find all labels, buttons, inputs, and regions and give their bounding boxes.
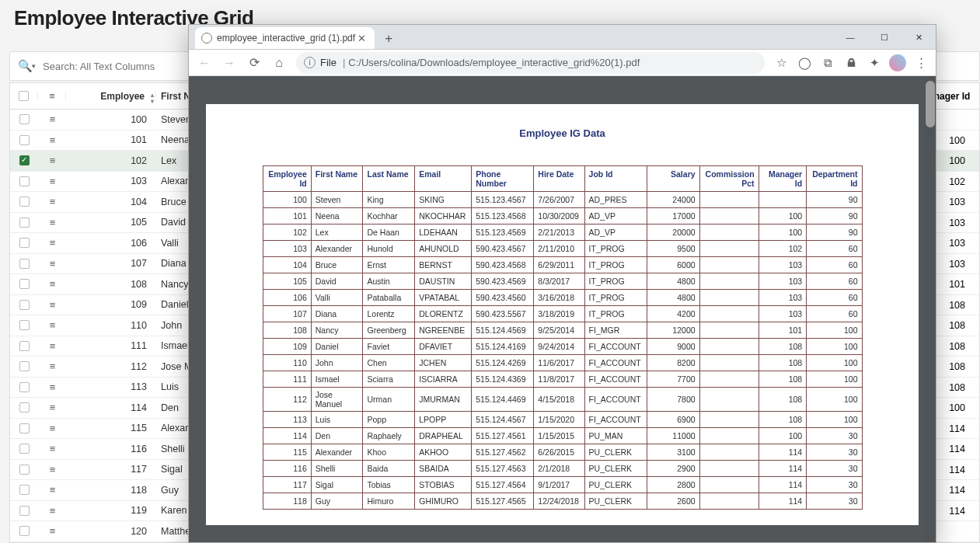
row-menu-icon[interactable]: ≡ [38, 217, 66, 228]
cell-employee-id: 109 [66, 299, 156, 310]
pdf-col-header: Department Id [807, 166, 862, 192]
pdf-cell: DLORENTZ [415, 306, 472, 322]
pdf-cell [699, 225, 759, 241]
search-icon[interactable]: 🔍▾ [15, 59, 38, 73]
row-checkbox[interactable] [10, 382, 38, 392]
pdf-cell: 7700 [647, 371, 699, 388]
scrollbar[interactable] [924, 76, 936, 542]
pdf-table-row: 116ShelliBaidaSBAIDA515.127.45632/1/2018… [263, 461, 862, 477]
pdf-table-row: 107DianaLorentzDLORENTZ590.423.55673/18/… [263, 306, 862, 322]
pdf-table-row: 108NancyGreenbergNGREENBE515.124.45699/2… [263, 322, 862, 339]
pdf-cell: 114 [759, 461, 807, 477]
row-menu-icon[interactable]: ≡ [38, 443, 66, 454]
pdf-cell: Luis [311, 412, 363, 428]
row-menu-icon[interactable]: ≡ [38, 402, 66, 413]
row-menu-icon[interactable]: ≡ [38, 381, 66, 393]
address-field[interactable]: i File | C:/Users/colina/Downloads/emplo… [296, 52, 765, 74]
select-all-checkbox[interactable] [10, 91, 38, 101]
close-button[interactable]: ✕ [902, 26, 936, 49]
pdf-cell: JCHEN [415, 355, 472, 371]
pdf-cell: NKOCHHAR [415, 208, 472, 225]
pdf-viewport[interactable]: Employee IG Data Employee IdFirst NameLa… [189, 76, 936, 542]
home-button[interactable]: ⌂ [268, 52, 290, 74]
pdf-cell: PU_CLERK [584, 477, 647, 493]
sort-arrows-icon[interactable]: ▴▾ [151, 92, 154, 105]
row-menu-icon[interactable]: ≡ [38, 113, 66, 125]
star-icon[interactable]: ☆ [771, 53, 791, 73]
profile-avatar[interactable] [888, 53, 908, 73]
pdf-table-row: 114DenRaphaelyDRAPHEAL515.127.45611/15/2… [263, 428, 862, 444]
row-checkbox[interactable] [10, 114, 38, 124]
row-menu-icon[interactable]: ≡ [38, 505, 66, 517]
row-menu-icon[interactable]: ≡ [38, 340, 66, 352]
row-checkbox[interactable] [10, 279, 38, 289]
row-checkbox[interactable] [10, 361, 38, 371]
pdf-cell: 8/3/2017 [534, 273, 584, 290]
pdf-cell: FI_ACCOUNT [584, 355, 647, 371]
scroll-thumb[interactable] [926, 81, 935, 127]
row-menu-icon[interactable]: ≡ [38, 319, 66, 331]
row-menu-icon[interactable]: ≡ [38, 196, 66, 207]
pdf-page: Employee IG Data Employee IdFirst NameLa… [206, 104, 919, 525]
row-checkbox[interactable] [10, 259, 38, 269]
cell-employee-id: 101 [66, 134, 156, 145]
row-menu-icon[interactable]: ≡ [38, 299, 66, 311]
row-checkbox[interactable] [10, 300, 38, 310]
ext-lock-icon[interactable]: 🔒︎ [841, 53, 861, 73]
reload-button[interactable]: ⟳ [243, 52, 265, 74]
row-menu-icon[interactable]: ≡ [38, 134, 66, 146]
minimize-button[interactable]: — [833, 26, 867, 49]
row-menu-icon[interactable]: ≡ [38, 360, 66, 372]
row-menu-icon[interactable]: ≡ [38, 278, 66, 290]
row-checkbox[interactable] [10, 526, 38, 536]
menu-icon[interactable]: ⋮ [911, 53, 931, 73]
row-menu-icon[interactable]: ≡ [38, 484, 66, 496]
row-checkbox[interactable] [10, 465, 38, 475]
grid-actions-icon[interactable]: ≡ [38, 90, 66, 102]
col-header-employee[interactable]: Employee▴▾ [66, 91, 156, 102]
pdf-cell: 9/25/2014 [534, 322, 584, 339]
row-menu-icon[interactable]: ≡ [38, 155, 66, 166]
pdf-col-header: Employee Id [263, 166, 311, 192]
pdf-cell: IT_PROG [584, 273, 647, 290]
pdf-cell: Lex [311, 225, 363, 241]
row-menu-icon[interactable]: ≡ [38, 258, 66, 270]
back-button[interactable]: ← [194, 52, 215, 74]
row-checkbox[interactable] [10, 320, 38, 330]
forward-button[interactable]: → [218, 52, 240, 74]
row-checkbox[interactable] [10, 402, 38, 412]
row-checkbox[interactable] [10, 238, 38, 248]
row-checkbox[interactable] [10, 135, 38, 145]
row-menu-icon[interactable]: ≡ [38, 525, 66, 537]
row-checkbox[interactable] [10, 176, 38, 186]
ext-circle-icon[interactable]: ◯ [794, 53, 814, 73]
maximize-button[interactable]: ☐ [867, 26, 902, 49]
row-checkbox[interactable] [10, 423, 38, 433]
pdf-cell: 9000 [647, 339, 699, 355]
extensions-icon[interactable]: ✦ [864, 53, 884, 73]
pdf-cell: Valli [311, 290, 363, 306]
pdf-cell: BERNST [415, 257, 472, 273]
pdf-cell: 515.124.4269 [472, 355, 534, 371]
row-menu-icon[interactable]: ≡ [38, 423, 66, 434]
row-checkbox[interactable] [10, 197, 38, 207]
row-checkbox[interactable] [10, 155, 38, 165]
tab-close-icon[interactable]: ✕ [355, 33, 368, 44]
row-checkbox[interactable] [10, 485, 38, 495]
pdf-cell: 3100 [647, 444, 699, 461]
row-checkbox[interactable] [10, 341, 38, 351]
row-menu-icon[interactable]: ≡ [38, 237, 66, 249]
pdf-cell: 4200 [647, 306, 699, 322]
info-icon[interactable]: i [304, 57, 316, 68]
cell-employee-id: 102 [66, 155, 156, 166]
row-checkbox[interactable] [10, 506, 38, 516]
pdf-cell: 116 [263, 461, 311, 477]
cell-employee-id: 110 [66, 320, 156, 331]
row-menu-icon[interactable]: ≡ [38, 464, 66, 475]
row-checkbox[interactable] [10, 218, 38, 228]
browser-tab[interactable]: employee_interactive_grid (1).pdf ✕ [195, 27, 375, 49]
row-menu-icon[interactable]: ≡ [38, 176, 66, 187]
row-checkbox[interactable] [10, 444, 38, 454]
new-tab-button[interactable]: + [378, 29, 399, 49]
ext-crop-icon[interactable]: ⧉ [818, 53, 838, 73]
